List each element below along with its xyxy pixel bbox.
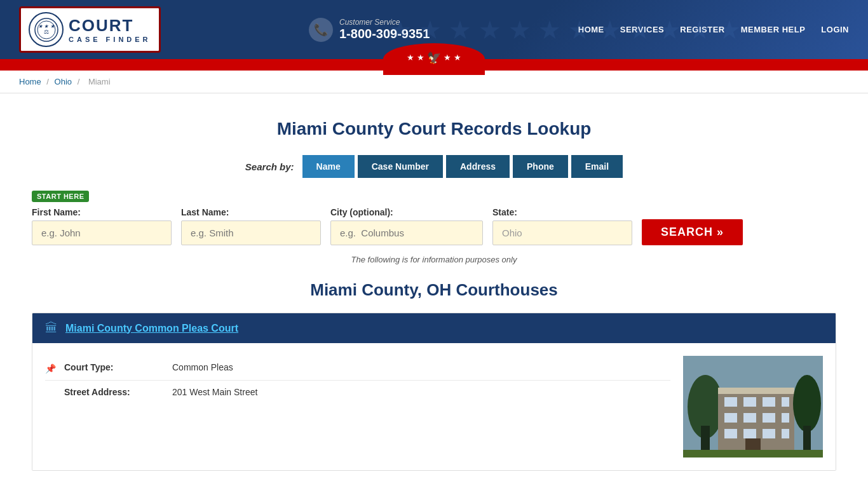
courthouse-icon: 🏛 (45, 321, 58, 336)
breadcrumb-sep-1: / (46, 77, 51, 86)
last-name-label: Last Name: (181, 207, 321, 217)
city-input[interactable] (330, 220, 483, 245)
courthouse-header: 🏛 Miami County Common Pleas Court (32, 313, 836, 343)
phone-number: 1-800-309-9351 (339, 27, 430, 41)
customer-service-label: Customer Service (339, 18, 430, 27)
courthouse-details: 📌 Court Type: Common Pleas Street Addres… (45, 356, 670, 458)
svg-rect-14 (743, 413, 756, 423)
tab-case-number[interactable]: Case Number (358, 155, 443, 178)
breadcrumb-miami: Miami (88, 77, 111, 86)
first-name-label: First Name: (32, 207, 172, 217)
first-name-input[interactable] (32, 220, 172, 245)
main-nav: HOME SERVICES REGISTER MEMBER HELP LOGIN (578, 25, 849, 34)
page-title: Miami County Court Records Lookup (32, 119, 836, 139)
courthouses-title: Miami County, OH Courthouses (32, 280, 836, 300)
eagle-banner: ★ ★ 🦅 ★ ★ (383, 43, 485, 75)
tab-address[interactable]: Address (446, 155, 510, 178)
first-name-group: First Name: (32, 207, 172, 245)
last-name-group: Last Name: (181, 207, 321, 245)
logo-court-text: COURT (69, 16, 151, 36)
contact-area: 📞 Customer Service 1-800-309-9351 (309, 18, 430, 42)
star-left: ★ ★ (407, 53, 424, 62)
logo-text: COURT CASE FINDER (69, 16, 151, 43)
tab-phone[interactable]: Phone (513, 155, 568, 178)
svg-text:⚖: ⚖ (44, 29, 49, 35)
breadcrumb-sep-2: / (78, 77, 82, 86)
state-group: State: (492, 207, 632, 245)
wave-banner: ★ ★ 🦅 ★ ★ (0, 59, 868, 71)
court-type-row: 📌 Court Type: Common Pleas (45, 356, 670, 381)
main-content: Miami County Court Records Lookup Search… (0, 93, 868, 488)
courthouse-image (683, 356, 823, 458)
logo-box: ★ ★ ★ ⚖ COURT CASE FINDER (19, 6, 161, 53)
street-address-row: Street Address: 201 West Main Street (45, 381, 670, 403)
svg-rect-10 (743, 397, 756, 407)
svg-rect-9 (724, 397, 737, 407)
svg-rect-12 (782, 397, 789, 407)
logo-area: ★ ★ ★ ⚖ COURT CASE FINDER (19, 6, 161, 53)
state-label: State: (492, 207, 632, 217)
nav-member-help[interactable]: MEMBER HELP (741, 25, 806, 34)
search-section: Search by: Name Case Number Address Phon… (32, 155, 836, 264)
search-by-label: Search by: (245, 161, 294, 172)
courthouse-body: 📌 Court Type: Common Pleas Street Addres… (32, 343, 836, 470)
star-right: ★ ★ (444, 53, 461, 62)
svg-rect-15 (763, 413, 775, 423)
court-type-label: Court Type: (64, 362, 166, 372)
svg-rect-11 (763, 397, 775, 407)
nav-register[interactable]: REGISTER (680, 25, 724, 34)
last-name-input[interactable] (181, 220, 321, 245)
city-label: City (optional): (330, 207, 483, 217)
logo-emblem: ★ ★ ★ ⚖ (29, 12, 64, 47)
contact-text: Customer Service 1-800-309-9351 (339, 18, 430, 41)
search-by-row: Search by: Name Case Number Address Phon… (32, 155, 836, 178)
search-form-row: First Name: Last Name: City (optional): … (32, 207, 836, 245)
state-input[interactable] (492, 220, 632, 245)
city-group: City (optional): (330, 207, 483, 245)
nav-home[interactable]: HOME (578, 25, 604, 34)
svg-rect-18 (743, 429, 756, 438)
phone-icon: 📞 (309, 18, 333, 42)
courthouse-card-miami: 🏛 Miami County Common Pleas Court 📌 Cour… (32, 313, 836, 471)
svg-rect-8 (718, 388, 794, 394)
breadcrumb-home[interactable]: Home (19, 77, 41, 86)
start-here-badge: START HERE (32, 191, 89, 202)
svg-rect-19 (763, 429, 775, 438)
search-button[interactable]: SEARCH » (642, 219, 743, 245)
svg-rect-17 (724, 429, 737, 438)
court-type-icon: 📌 (45, 363, 58, 374)
nav-services[interactable]: SERVICES (620, 25, 665, 34)
tab-email[interactable]: Email (571, 155, 623, 178)
eagle-symbol: 🦅 (427, 51, 441, 65)
svg-rect-13 (724, 413, 737, 423)
svg-rect-16 (782, 413, 789, 423)
court-type-value: Common Pleas (172, 362, 233, 372)
courthouse-name-link[interactable]: Miami County Common Pleas Court (65, 323, 238, 334)
logo-case-finder-text: CASE FINDER (69, 36, 151, 43)
street-address-value: 201 West Main Street (172, 387, 257, 397)
svg-point-22 (793, 375, 821, 432)
svg-rect-20 (782, 429, 789, 438)
eagle-stars: ★ ★ 🦅 ★ ★ (407, 51, 461, 65)
breadcrumb-ohio[interactable]: Ohio (55, 77, 72, 86)
tab-name[interactable]: Name (302, 155, 355, 178)
street-address-label: Street Address: (64, 387, 166, 397)
info-text: The following is for information purpose… (32, 255, 836, 264)
svg-rect-24 (683, 450, 823, 458)
nav-login[interactable]: LOGIN (821, 25, 849, 34)
